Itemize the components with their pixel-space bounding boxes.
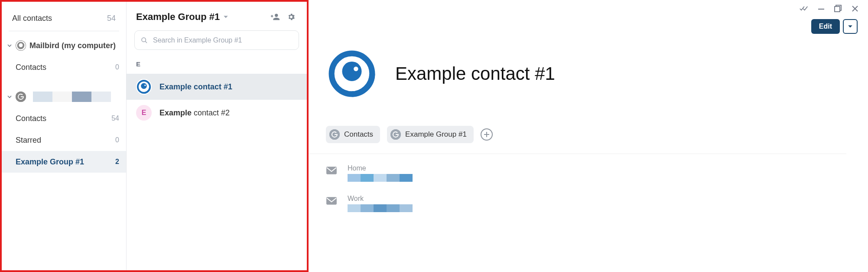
titlebar: [309, 0, 868, 17]
sidebar-item-count: 2: [115, 158, 119, 166]
contact-name: Example contact #1: [159, 82, 232, 92]
edit-dropdown-button[interactable]: [843, 19, 858, 34]
minimize-icon[interactable]: [818, 5, 825, 12]
tag-label: Contacts: [344, 130, 373, 139]
section-letter: E: [127, 56, 307, 74]
sidebar: All contacts 54 Mailbird (my computer) C…: [2, 2, 127, 270]
svg-rect-17: [326, 197, 337, 204]
sidebar-item-count: 0: [115, 63, 119, 71]
svg-point-6: [141, 83, 147, 89]
email-home-row[interactable]: Home: [326, 164, 868, 182]
contact-fields: Home Work: [309, 154, 868, 212]
contact-name: Example contact #1: [395, 63, 555, 84]
svg-point-7: [144, 85, 146, 86]
sidebar-item-label: Starred: [16, 136, 41, 145]
sidebar-item-google-starred[interactable]: Starred 0: [2, 129, 126, 151]
sidebar-and-group-highlight: All contacts 54 Mailbird (my computer) C…: [0, 0, 309, 272]
account-name: Mailbird (my computer): [29, 41, 116, 50]
contact-name: Example contact #2: [159, 108, 230, 118]
edit-button[interactable]: Edit: [811, 19, 840, 34]
contact-row[interactable]: E Example contact #2: [127, 100, 307, 126]
search-input-wrap[interactable]: [134, 30, 299, 50]
sidebar-account-mailbird[interactable]: Mailbird (my computer): [2, 35, 126, 56]
detail-pane: Edit Example contact #1 Contacts: [309, 0, 868, 272]
maximize-icon[interactable]: [834, 5, 842, 13]
add-tag-button[interactable]: [481, 128, 493, 141]
svg-point-3: [142, 38, 146, 42]
chevron-down-icon: [7, 43, 12, 48]
sidebar-item-google-contacts[interactable]: Contacts 54: [2, 108, 126, 129]
detail-header: Example contact #1: [309, 17, 868, 100]
detail-actions: Edit: [811, 19, 858, 34]
email-icon: [326, 197, 337, 205]
google-icon: [329, 129, 340, 140]
detail-avatar: [326, 48, 378, 100]
sidebar-item-mailbird-contacts[interactable]: Contacts 0: [2, 56, 126, 78]
svg-rect-10: [835, 7, 840, 12]
sidebar-item-label: Contacts: [16, 63, 46, 72]
all-contacts-label: All contacts: [12, 14, 52, 23]
group-header: Example Group #1: [127, 2, 307, 30]
svg-point-13: [354, 67, 358, 72]
svg-rect-8: [818, 9, 824, 10]
tag-label: Example Group #1: [405, 130, 467, 139]
contact-avatar: [136, 79, 152, 95]
group-title: Example Group #1: [136, 11, 220, 23]
svg-rect-16: [326, 167, 337, 174]
google-icon: [16, 92, 26, 102]
email-label: Home: [348, 164, 413, 172]
email-work-row[interactable]: Work: [326, 195, 868, 212]
all-contacts-count: 54: [107, 14, 116, 23]
svg-point-12: [342, 62, 362, 81]
sidebar-item-count: 54: [111, 115, 119, 122]
gear-icon[interactable]: [285, 11, 297, 23]
tag-example-group[interactable]: Example Group #1: [387, 126, 474, 143]
mark-read-icon[interactable]: [800, 6, 808, 12]
sidebar-item-example-group[interactable]: Example Group #1 2: [2, 151, 126, 173]
sidebar-item-all-contacts[interactable]: All contacts 54: [9, 6, 119, 31]
tag-contacts[interactable]: Contacts: [326, 126, 380, 143]
sidebar-account-google[interactable]: [2, 86, 126, 108]
google-icon: [390, 129, 401, 140]
contact-avatar: E: [136, 105, 152, 121]
contact-tags: Contacts Example Group #1: [309, 100, 846, 154]
group-column: Example Group #1 E: [127, 2, 307, 270]
email-icon: [326, 166, 337, 175]
sidebar-item-label: Example Group #1: [16, 157, 84, 167]
contact-row[interactable]: Example contact #1: [127, 74, 307, 100]
sidebar-item-label: Contacts: [16, 114, 46, 123]
chevron-down-icon: [7, 95, 12, 99]
account-name-redacted: [33, 92, 111, 102]
add-contact-icon[interactable]: [269, 10, 282, 23]
search-icon: [141, 37, 148, 44]
close-icon[interactable]: [852, 5, 858, 12]
email-value-redacted: [348, 204, 413, 212]
chevron-down-icon[interactable]: [223, 14, 228, 20]
email-value-redacted: [348, 174, 413, 182]
email-label: Work: [348, 195, 413, 203]
sidebar-item-count: 0: [115, 136, 119, 144]
search-input[interactable]: [153, 36, 293, 44]
svg-point-1: [19, 43, 23, 47]
mailbird-icon: [16, 40, 26, 51]
